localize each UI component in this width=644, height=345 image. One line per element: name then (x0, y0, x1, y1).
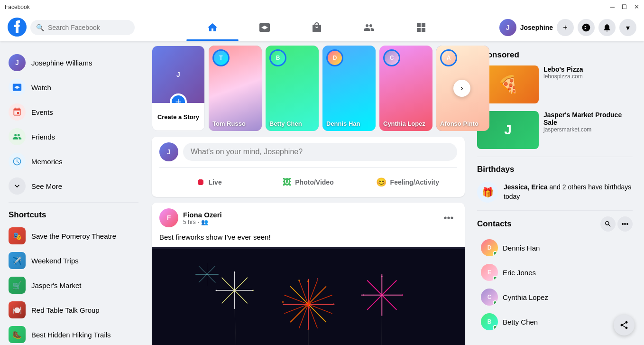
contact-eric-avatar: E (481, 264, 498, 281)
birthdays-title: Birthdays (477, 165, 633, 174)
birthday-card: 🎁 Jessica, Erica and 2 others have birth… (477, 180, 633, 205)
shortcut-theatre-label: Save the Pomeroy Theatre (31, 232, 116, 240)
story-tom-name: Tom Russo (212, 120, 258, 127)
sidebar-friends-label: Friends (31, 133, 55, 141)
events-icon (9, 103, 26, 121)
sidebar-item-friends[interactable]: Friends (4, 124, 143, 149)
contacts-search-button[interactable] (600, 216, 616, 232)
contacts-more-button[interactable]: ••• (617, 216, 633, 232)
live-icon: ⏺ (196, 177, 205, 187)
jasper-letter: J (504, 122, 512, 138)
ad-lebos-info: Lebo's Pizza lebospizza.com (543, 65, 633, 103)
nav-marketplace[interactable] (291, 16, 343, 39)
story-betty-avatar: B (269, 49, 286, 66)
nav-user[interactable]: J Josephine (499, 19, 553, 36)
composer-avatar: J (159, 142, 178, 161)
svg-point-57 (252, 290, 254, 291)
composer-input[interactable] (183, 143, 457, 161)
user-avatar: J (9, 54, 26, 71)
add-button[interactable]: + (557, 19, 574, 36)
sidebar-user-profile[interactable]: J Josephine Williams (4, 50, 143, 75)
stories-next-button[interactable]: › (453, 80, 470, 97)
story-tom[interactable]: T Tom Russo (209, 46, 262, 131)
titlebar: Facebook ─ ⧠ ✕ (0, 0, 644, 14)
notifications-button[interactable] (598, 19, 616, 36)
sidebar-see-more-label: See More (31, 182, 62, 190)
contact-betty[interactable]: B Betty Chen (477, 309, 633, 334)
sidebar-item-events[interactable]: Events (4, 100, 143, 124)
sponsored-title: Sponsored (477, 50, 633, 60)
maximize-button[interactable]: ⧠ (621, 3, 627, 10)
sidebar-item-see-more[interactable]: See More (4, 174, 143, 198)
post-author-name[interactable]: Fiona Ozeri (183, 211, 435, 219)
nav-watch[interactable] (239, 16, 291, 39)
create-story-card[interactable]: J + Create a Story (152, 46, 205, 131)
sidebar-username: Josephine Williams (31, 59, 92, 67)
right-divider-1 (477, 157, 633, 157)
story-betty-name: Betty Chen (269, 120, 315, 127)
pizza-icon: 🍕 (497, 75, 519, 94)
contacts-title: Contacts (477, 219, 512, 229)
sidebar-divider (9, 202, 138, 203)
svg-point-55 (363, 294, 364, 296)
ad-jaspers-name: Jasper's Market Produce Sale (543, 111, 633, 126)
sidebar-shortcut-hiking[interactable]: 🥾 Best Hidden Hiking Trails (4, 322, 143, 345)
story-cynthia[interactable]: C Cynthia Lopez (379, 46, 432, 131)
ad-jaspers[interactable]: J Jasper's Market Produce Sale jaspersma… (477, 111, 633, 149)
post-text: Best fireworks show I've ever seen! (152, 233, 465, 247)
contact-dennis-avatar: D (481, 239, 498, 256)
nav-groups[interactable] (343, 16, 395, 39)
svg-rect-4 (422, 28, 425, 32)
search-box[interactable]: 🔍 (30, 20, 135, 35)
story-dennis-name: Dennis Han (326, 120, 372, 127)
shortcut-red-table-label: Red Table Talk Group (31, 306, 100, 314)
contact-cynthia[interactable]: C Cynthia Lopez (477, 285, 633, 309)
shortcut-hiking-icon: 🥾 (9, 326, 26, 343)
post-fiona: F Fiona Ozeri 5 hrs · 👥 ••• Best firewor… (152, 203, 465, 345)
floating-share-button[interactable] (614, 315, 635, 336)
sidebar-item-watch[interactable]: Watch (4, 75, 143, 100)
svg-point-51 (282, 301, 284, 303)
dropdown-button[interactable]: ▾ (619, 19, 636, 36)
story-betty[interactable]: B Betty Chen (266, 46, 319, 131)
contact-dennis[interactable]: D Dennis Han (477, 235, 633, 260)
nav-home[interactable] (186, 16, 239, 39)
svg-rect-3 (417, 28, 421, 32)
sidebar-shortcut-red-table[interactable]: 🍽️ Red Table Talk Group (4, 298, 143, 322)
composer-actions: ⏺ Live 🖼 Photo/Video 😊 Feeling/Activity (159, 167, 457, 191)
facebook-logo[interactable] (8, 18, 27, 38)
watch-icon (9, 79, 26, 96)
story-cynthia-name: Cynthia Lopez (383, 120, 429, 127)
composer-photo-button[interactable]: 🖼 Photo/Video (258, 173, 358, 191)
birthday-names: Jessica, Erica (504, 183, 548, 191)
close-button[interactable]: ✕ (634, 3, 639, 10)
messenger-button[interactable] (578, 19, 595, 36)
search-input[interactable] (48, 24, 129, 31)
story-afonso-avatar: A (440, 49, 457, 66)
post-author-avatar[interactable]: F (159, 208, 178, 227)
photo-icon: 🖼 (283, 177, 291, 187)
post-audience-icon: 👥 (201, 219, 208, 225)
sidebar-item-memories[interactable]: Memories (4, 149, 143, 174)
contact-eric[interactable]: E Eric Jones (477, 260, 633, 285)
nav-gaming[interactable] (395, 16, 447, 39)
ad-lebos-domain: lebospizza.com (543, 73, 633, 80)
sidebar-shortcut-trips[interactable]: ✈️ Weekend Trips (4, 248, 143, 273)
post-menu-button[interactable]: ••• (440, 209, 457, 226)
story-dennis[interactable]: D Dennis Han (322, 46, 376, 131)
memories-icon (9, 153, 26, 170)
minimize-button[interactable]: ─ (610, 3, 615, 10)
composer-live-button[interactable]: ⏺ Live (159, 173, 258, 191)
svg-point-49 (298, 280, 300, 281)
search-icon: 🔍 (36, 24, 44, 31)
sidebar-watch-label: Watch (31, 84, 51, 92)
sidebar-shortcut-theatre[interactable]: 🎭 Save the Pomeroy Theatre (4, 224, 143, 248)
birthday-icon: 🎁 (477, 182, 498, 203)
story-dennis-avatar: D (326, 49, 343, 66)
see-more-icon (9, 177, 26, 195)
sidebar-shortcut-market[interactable]: 🛒 Jasper's Market (4, 273, 143, 298)
composer-feeling-button[interactable]: 😊 Feeling/Activity (358, 173, 457, 191)
contact-betty-name: Betty Chen (503, 318, 538, 326)
ad-lebos[interactable]: 🍕 Lebo's Pizza lebospizza.com (477, 65, 633, 103)
contact-eric-name: Eric Jones (503, 269, 536, 277)
